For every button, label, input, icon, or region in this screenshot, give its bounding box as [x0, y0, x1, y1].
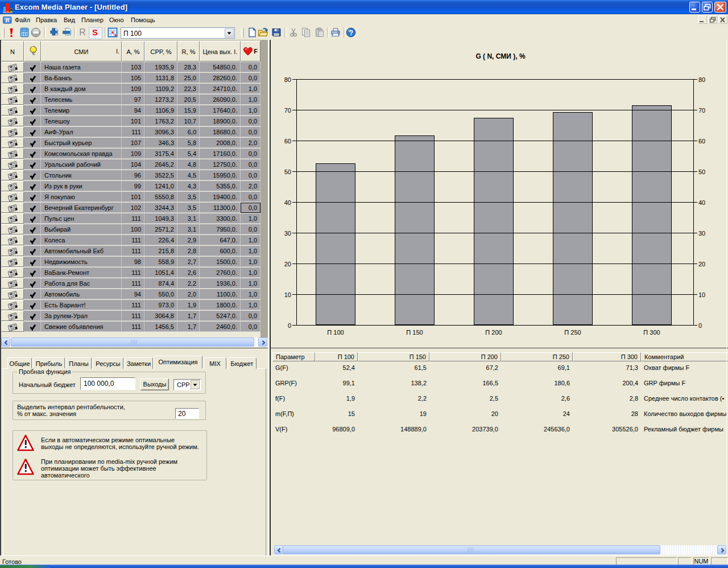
svg-text:70: 70 [284, 107, 291, 114]
svg-text:70: 70 [698, 107, 705, 114]
svg-text:0: 0 [288, 322, 291, 329]
svg-text:50: 50 [698, 168, 705, 175]
svg-text:20: 20 [698, 261, 705, 267]
svg-text:П 200: П 200 [485, 329, 502, 336]
svg-text:П 150: П 150 [406, 329, 423, 336]
svg-text:60: 60 [698, 138, 705, 145]
svg-text:80: 80 [698, 76, 705, 83]
svg-text:?: ? [349, 29, 353, 37]
svg-text:80: 80 [284, 76, 291, 83]
svg-text:G ( N, СМИ ), %: G ( N, СМИ ), % [475, 52, 525, 60]
svg-text:40: 40 [284, 199, 291, 206]
svg-text:П 100: П 100 [327, 329, 344, 336]
svg-text:60: 60 [284, 138, 291, 145]
svg-text:50: 50 [284, 168, 291, 175]
svg-text:B: B [5, 17, 9, 23]
svg-text:10: 10 [698, 291, 705, 298]
svg-text:30: 30 [284, 230, 291, 237]
svg-text:П 300: П 300 [643, 329, 660, 336]
svg-text:30: 30 [698, 230, 705, 237]
svg-text:20: 20 [284, 261, 291, 267]
svg-text:10: 10 [284, 291, 291, 298]
svg-text:0: 0 [698, 322, 702, 329]
svg-text:40: 40 [698, 199, 705, 206]
svg-text:П 250: П 250 [564, 329, 581, 336]
